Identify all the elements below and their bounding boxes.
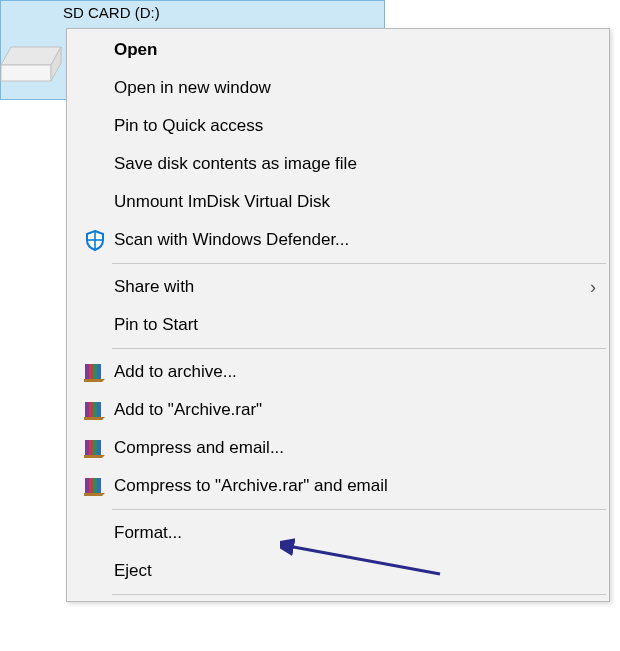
menu-item-eject[interactable]: Eject [68,552,608,590]
context-menu: Open Open in new window Pin to Quick acc… [66,28,610,602]
svg-marker-1 [1,65,51,81]
svg-rect-19 [93,478,97,494]
menu-label: Share with [114,277,578,297]
menu-separator [112,594,606,595]
drive-icon [0,35,71,93]
menu-item-add-to-archive[interactable]: Add to archive... [68,353,608,391]
menu-item-format[interactable]: Format... [68,514,608,552]
menu-item-pin-to-start[interactable]: Pin to Start [68,306,608,344]
svg-rect-17 [85,478,89,494]
menu-item-open-new-window[interactable]: Open in new window [68,69,608,107]
svg-rect-12 [97,402,101,418]
menu-label: Pin to Quick access [114,116,596,136]
menu-label: Add to archive... [114,362,596,382]
svg-rect-18 [89,478,93,494]
winrar-books-icon [76,475,114,497]
menu-item-compress-email[interactable]: Compress and email... [68,429,608,467]
winrar-books-icon [76,437,114,459]
menu-item-open[interactable]: Open [68,31,608,69]
svg-rect-14 [89,440,93,456]
menu-label: Open [114,40,596,60]
menu-label: Pin to Start [114,315,596,335]
menu-separator [112,263,606,264]
svg-rect-9 [85,402,89,418]
svg-rect-11 [93,402,97,418]
chevron-right-icon: › [578,277,596,298]
menu-label: Scan with Windows Defender... [114,230,596,250]
svg-rect-8 [97,364,101,380]
menu-label: Format... [114,523,596,543]
svg-rect-10 [89,402,93,418]
menu-item-unmount-imdisk[interactable]: Unmount ImDisk Virtual Disk [68,183,608,221]
menu-label: Add to "Archive.rar" [114,400,596,420]
svg-rect-5 [85,364,89,380]
menu-item-scan-defender[interactable]: Scan with Windows Defender... [68,221,608,259]
menu-label: Compress to "Archive.rar" and email [114,476,596,496]
menu-separator [112,348,606,349]
menu-separator [112,509,606,510]
svg-rect-15 [93,440,97,456]
menu-item-add-to-archive-rar[interactable]: Add to "Archive.rar" [68,391,608,429]
svg-rect-6 [89,364,93,380]
menu-label: Open in new window [114,78,596,98]
menu-label: Compress and email... [114,438,596,458]
winrar-books-icon [76,399,114,421]
menu-item-save-disk-image[interactable]: Save disk contents as image file [68,145,608,183]
svg-rect-16 [97,440,101,456]
menu-item-pin-quick-access[interactable]: Pin to Quick access [68,107,608,145]
menu-item-share-with[interactable]: Share with › [68,268,608,306]
drive-label: SD CARD (D:) [63,4,160,21]
svg-rect-20 [97,478,101,494]
menu-item-compress-archive-email[interactable]: Compress to "Archive.rar" and email [68,467,608,505]
defender-shield-icon [76,229,114,251]
menu-label: Eject [114,561,596,581]
menu-label: Save disk contents as image file [114,154,596,174]
svg-rect-13 [85,440,89,456]
menu-label: Unmount ImDisk Virtual Disk [114,192,596,212]
winrar-books-icon [76,361,114,383]
svg-rect-7 [93,364,97,380]
